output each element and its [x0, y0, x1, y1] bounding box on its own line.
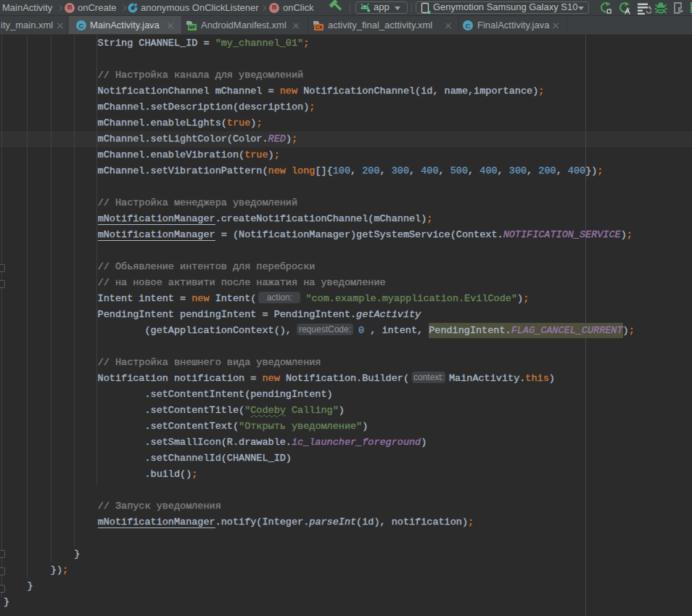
svg-text:MF: MF	[189, 25, 197, 30]
svg-text:C: C	[466, 22, 471, 30]
svg-text:CX: CX	[316, 25, 323, 30]
svg-text:C: C	[79, 22, 84, 30]
